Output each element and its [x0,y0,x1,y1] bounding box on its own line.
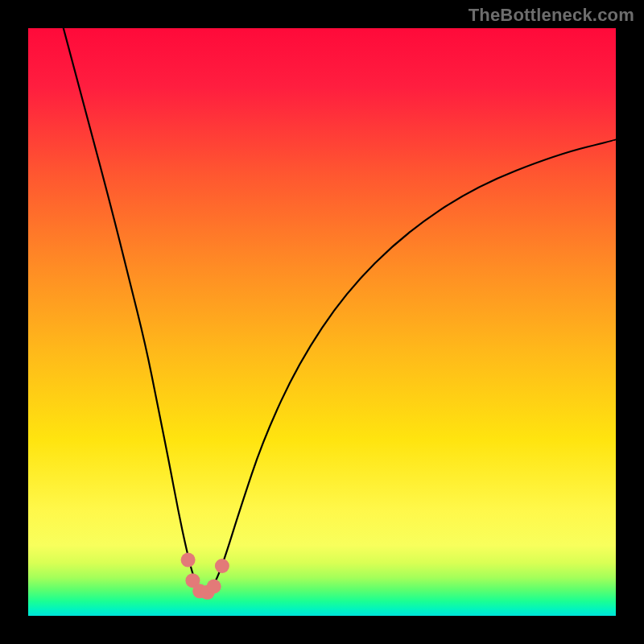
plot-area [28,28,616,616]
curve-marker [215,559,229,573]
bottleneck-curve [64,28,616,592]
curve-marker [207,580,221,594]
curve-markers [181,553,229,600]
watermark-text: TheBottleneck.com [469,5,634,26]
outer-frame: TheBottleneck.com [0,0,644,644]
chart-svg [28,28,616,616]
curve-marker [181,553,196,568]
